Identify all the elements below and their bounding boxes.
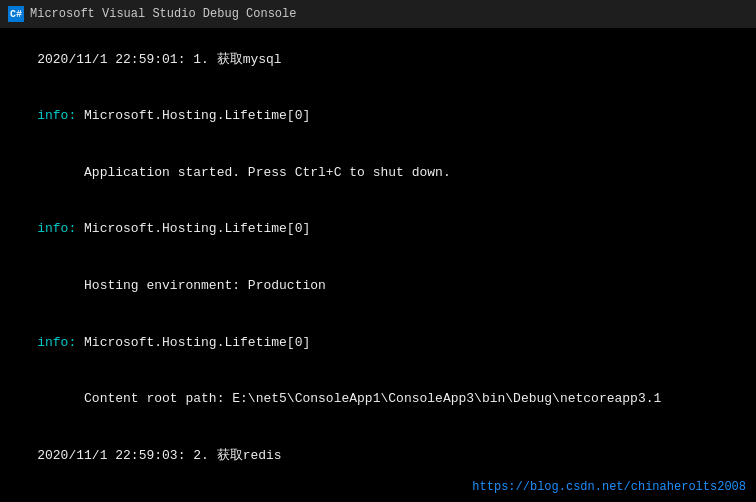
line-text: 2020/11/1 22:59:03: 2. 获取redis bbox=[37, 448, 281, 463]
line-text: Content root path: E:\net5\ConsoleApp1\C… bbox=[37, 391, 661, 406]
info-prefix: info: bbox=[37, 335, 84, 350]
info-prefix: info: bbox=[37, 221, 84, 236]
line-text: Microsoft.Hosting.Lifetime[0] bbox=[84, 335, 310, 350]
console-line: 2020/11/1 22:59:01: 1. 获取mysql bbox=[6, 32, 750, 89]
line-text: Microsoft.Hosting.Lifetime[0] bbox=[84, 108, 310, 123]
footer-url: https://blog.csdn.net/chinaherolts2008 bbox=[472, 479, 746, 496]
title-bar: C# Microsoft Visual Studio Debug Console bbox=[0, 0, 756, 28]
info-prefix: info: bbox=[37, 108, 84, 123]
console-line: Application started. Press Ctrl+C to shu… bbox=[6, 145, 750, 202]
app-icon: C# bbox=[8, 6, 24, 22]
line-text: Hosting environment: Production bbox=[37, 278, 326, 293]
console-body: 2020/11/1 22:59:01: 1. 获取mysql info: Mic… bbox=[0, 28, 756, 502]
console-line: info: Microsoft.Hosting.Lifetime[0] bbox=[6, 315, 750, 372]
console-line: info: Microsoft.Hosting.Lifetime[0] bbox=[6, 89, 750, 146]
console-line: Hosting environment: Production bbox=[6, 258, 750, 315]
line-text: Application started. Press Ctrl+C to shu… bbox=[37, 165, 450, 180]
line-text: 2020/11/1 22:59:01: 1. 获取mysql bbox=[37, 52, 281, 67]
console-line: Content root path: E:\net5\ConsoleApp1\C… bbox=[6, 371, 750, 428]
console-line: info: Microsoft.Hosting.Lifetime[0] bbox=[6, 202, 750, 259]
line-text: Microsoft.Hosting.Lifetime[0] bbox=[84, 221, 310, 236]
title-text: Microsoft Visual Studio Debug Console bbox=[30, 7, 296, 21]
console-line: 2020/11/1 22:59:03: 2. 获取redis bbox=[6, 428, 750, 485]
